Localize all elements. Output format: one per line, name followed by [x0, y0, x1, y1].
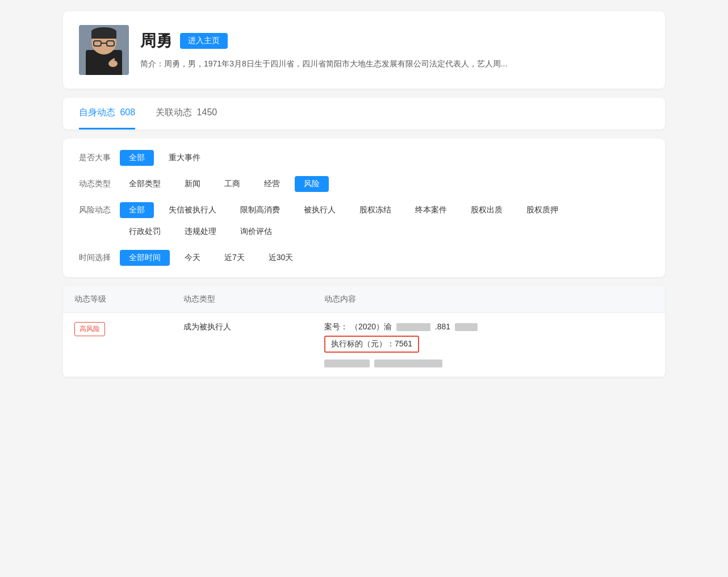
highlight-box-wrapper: 执行标的（元）：7561 — [324, 336, 654, 356]
filter-risk-high-consumption[interactable]: 限制高消费 — [231, 202, 289, 218]
filter-label-time: 时间选择 — [79, 253, 120, 263]
filter-time-30days[interactable]: 近30天 — [260, 250, 303, 266]
cell-type: 成为被执行人 — [172, 313, 313, 377]
filter-risk-terminal-case[interactable]: 终本案件 — [406, 202, 456, 218]
visit-home-button[interactable]: 进入主页 — [180, 33, 228, 49]
cell-content: 案号： （2020）渝 .881 执行标的（元）：7561 — [313, 313, 665, 377]
case-label: 案号： — [324, 322, 348, 331]
filter-risk-enforced[interactable]: 被执行人 — [295, 202, 345, 218]
filter-risk-equity-pledge[interactable]: 股权出质 — [462, 202, 512, 218]
case-number-row: 案号： （2020）渝 .881 — [324, 322, 654, 332]
filter-options-risk-row2: 行政处罚 违规处理 询价评估 — [120, 224, 567, 240]
avatar — [79, 25, 129, 75]
filter-risk-inquiry[interactable]: 询价评估 — [231, 224, 281, 240]
col-level: 动态等级 — [63, 286, 172, 313]
filter-row-major: 是否大事 全部 重大事件 — [79, 150, 649, 166]
tabs-section: 自身动态 608 关联动态 1450 — [63, 98, 665, 129]
case-suffix: .881 — [435, 322, 450, 331]
filter-option-risk[interactable]: 风险 — [295, 176, 329, 192]
filter-risk-all[interactable]: 全部 — [120, 202, 154, 218]
filter-risk-equity-mortgage[interactable]: 股权质押 — [517, 202, 567, 218]
filter-option-operation[interactable]: 经营 — [255, 176, 289, 192]
case-number: （2020）渝 — [350, 322, 392, 331]
filter-risk-options-wrapper: 全部 失信被执行人 限制高消费 被执行人 股权冻结 终本案件 股权出质 股权质押… — [120, 202, 567, 240]
filter-risk-dishonest[interactable]: 失信被执行人 — [160, 202, 225, 218]
filter-options-time: 全部时间 今天 近7天 近30天 — [120, 250, 302, 266]
blurred-content-row — [324, 359, 654, 367]
risk-badge-high: 高风险 — [74, 322, 105, 336]
case-blur-1 — [396, 323, 430, 331]
tab-related-dynamics[interactable]: 关联动态 1450 — [156, 98, 217, 129]
filter-time-7days[interactable]: 近7天 — [215, 250, 254, 266]
table-header-row: 动态等级 动态类型 动态内容 — [63, 286, 665, 313]
filter-options-major: 全部 重大事件 — [120, 150, 210, 166]
filter-section: 是否大事 全部 重大事件 动态类型 全部类型 新闻 工商 经营 风险 风险动态 … — [63, 139, 665, 277]
table-section: 动态等级 动态类型 动态内容 高风险 成为被执行人 案号： （2020）渝 — [63, 286, 665, 377]
col-type: 动态类型 — [172, 286, 313, 313]
data-table: 动态等级 动态类型 动态内容 高风险 成为被执行人 案号： （2020）渝 — [63, 286, 665, 377]
filter-options-type: 全部类型 新闻 工商 经营 风险 — [120, 176, 329, 192]
filter-label-major: 是否大事 — [79, 153, 120, 163]
filter-time-today[interactable]: 今天 — [175, 250, 210, 266]
profile-name-row: 周勇 进入主页 — [140, 30, 649, 52]
filter-options-risk-row1: 全部 失信被执行人 限制高消费 被执行人 股权冻结 终本案件 股权出质 股权质押 — [120, 202, 567, 218]
filter-option-news[interactable]: 新闻 — [175, 176, 210, 192]
tabs-row: 自身动态 608 关联动态 1450 — [79, 98, 649, 129]
filter-time-all[interactable]: 全部时间 — [120, 250, 170, 266]
filter-label-risk: 风险动态 — [79, 202, 120, 215]
svg-rect-8 — [91, 31, 116, 39]
table-row: 高风险 成为被执行人 案号： （2020）渝 .881 执行标的（元）：7561 — [63, 313, 665, 377]
blur-block-2 — [374, 359, 442, 367]
avatar-image — [79, 25, 129, 75]
profile-info: 周勇 进入主页 简介：周勇，男，1971年3月8日生于四川省，四川省简阳市大地生… — [140, 30, 649, 70]
profile-name: 周勇 — [140, 30, 172, 52]
filter-option-all-type[interactable]: 全部类型 — [120, 176, 170, 192]
filter-risk-equity-freeze[interactable]: 股权冻结 — [350, 202, 400, 218]
svg-point-9 — [108, 60, 118, 67]
col-content: 动态内容 — [313, 286, 665, 313]
filter-row-risk: 风险动态 全部 失信被执行人 限制高消费 被执行人 股权冻结 终本案件 股权出质… — [79, 202, 649, 240]
filter-option-business-reg[interactable]: 工商 — [215, 176, 249, 192]
filter-option-all-major[interactable]: 全部 — [120, 150, 154, 166]
highlight-execution-target: 执行标的（元）：7561 — [324, 336, 419, 353]
blur-block-1 — [324, 359, 370, 367]
filter-row-time: 时间选择 全部时间 今天 近7天 近30天 — [79, 250, 649, 266]
profile-card: 周勇 进入主页 简介：周勇，男，1971年3月8日生于四川省，四川省简阳市大地生… — [63, 11, 665, 89]
profile-bio: 简介：周勇，男，1971年3月8日生于四川省，四川省简阳市大地生态发展有限公司法… — [140, 57, 649, 70]
filter-option-important-event[interactable]: 重大事件 — [160, 150, 210, 166]
cell-level: 高风险 — [63, 313, 172, 377]
filter-risk-violation[interactable]: 违规处理 — [175, 224, 225, 240]
filter-label-type: 动态类型 — [79, 179, 120, 189]
case-blur-2 — [455, 323, 478, 331]
filter-row-type: 动态类型 全部类型 新闻 工商 经营 风险 — [79, 176, 649, 192]
filter-risk-admin-penalty[interactable]: 行政处罚 — [120, 224, 170, 240]
tab-self-dynamics[interactable]: 自身动态 608 — [79, 98, 135, 129]
